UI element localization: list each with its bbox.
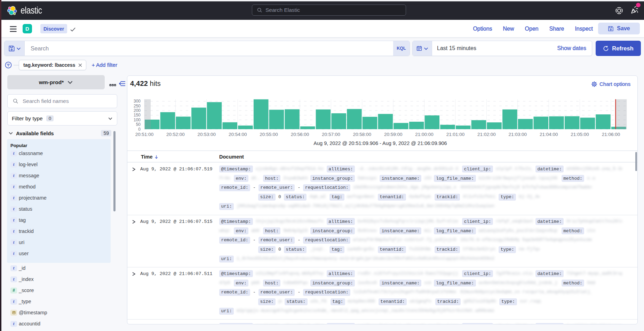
svg-text:20:52:00: 20:52:00 [166,132,185,137]
svg-text:0: 0 [138,127,141,132]
svg-text:21:04:00: 21:04:00 [540,132,558,137]
svg-text:100: 100 [134,118,141,122]
svg-text:21:05:00: 21:05:00 [571,132,589,137]
svg-text:50: 50 [136,122,141,127]
svg-text:20:51:00: 20:51:00 [135,132,154,137]
svg-text:20:56:00: 20:56:00 [291,132,309,137]
svg-text:250: 250 [134,104,141,108]
svg-text:21:01:00: 21:01:00 [446,132,465,137]
svg-text:21:02:00: 21:02:00 [477,132,496,137]
svg-text:300: 300 [134,99,141,104]
svg-text:20:58:00: 20:58:00 [353,132,372,137]
svg-text:21:06:00: 21:06:00 [602,132,620,137]
svg-text:21:00:00: 21:00:00 [415,132,434,137]
svg-text:20:59:00: 20:59:00 [384,132,403,137]
svg-text:20:55:00: 20:55:00 [260,132,278,137]
svg-text:20:54:00: 20:54:00 [229,132,247,137]
svg-text:150: 150 [134,113,141,118]
svg-text:20:53:00: 20:53:00 [198,132,216,137]
svg-text:21:03:00: 21:03:00 [509,132,527,137]
svg-text:20:57:00: 20:57:00 [322,132,340,137]
svg-text:200: 200 [134,108,141,113]
